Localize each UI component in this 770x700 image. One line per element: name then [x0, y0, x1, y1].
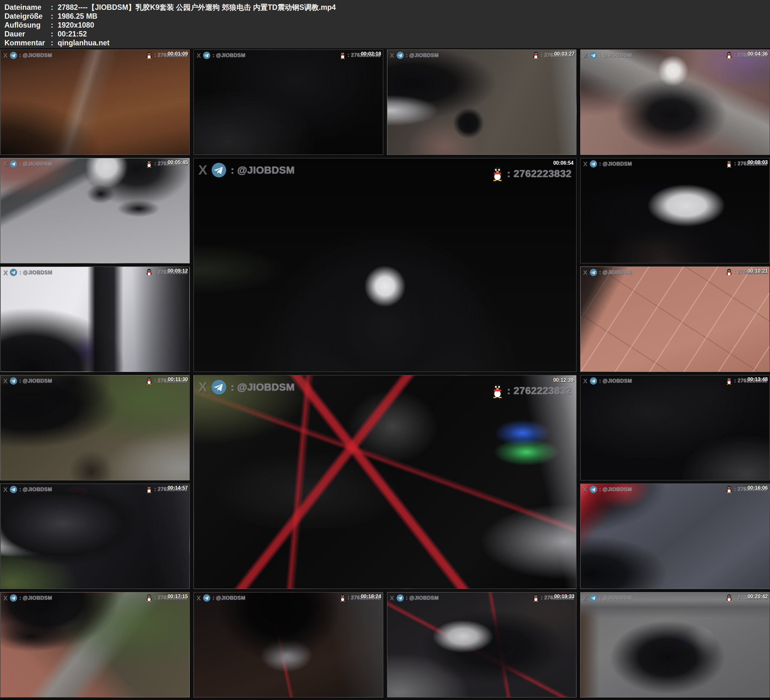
- timestamp: 00:12:39: [553, 377, 574, 383]
- video-thumbnail-8[interactable]: X : @JIOBDSM : 2762223832 00:09:12: [0, 267, 190, 372]
- video-thumbnail-12[interactable]: X : @JIOBDSM : 2762223832 00:13:48: [580, 375, 770, 480]
- x-logo-icon: X: [3, 160, 8, 167]
- video-thumbnail-13[interactable]: X : @JIOBDSM : 2762223832 00:14:57: [0, 484, 190, 589]
- x-logo-icon: X: [390, 595, 395, 601]
- timestamp: 00:05:45: [168, 160, 188, 165]
- video-thumbnail-2[interactable]: X : @JIOBDSM : 2762223832 00:02:18: [194, 50, 383, 155]
- timestamp: 00:03:27: [554, 51, 574, 57]
- telegram-handle-text: : @JIOBDSM: [231, 164, 295, 176]
- qq-penguin-icon: [146, 486, 152, 493]
- telegram-icon: [10, 160, 18, 168]
- qq-penguin-icon: [340, 52, 346, 59]
- timestamp: 00:20:42: [747, 594, 768, 600]
- meta-row-resolution: Auflösung:1920x1080: [5, 21, 767, 29]
- telegram-handle-text: : @JIOBDSM: [19, 595, 52, 601]
- qq-penguin-icon: [533, 594, 539, 602]
- qq-penguin-icon: [491, 383, 504, 398]
- qq-number-text: : 2762223832: [507, 385, 572, 397]
- meta-separator: :: [51, 38, 53, 47]
- video-thumbnail-15[interactable]: X : @JIOBDSM : 2762223832 00:17:15: [0, 592, 190, 697]
- telegram-handle-text: : @JIOBDSM: [599, 487, 632, 493]
- video-thumbnail-18[interactable]: X : @JIOBDSM : 2762223832 00:20:42: [580, 592, 770, 697]
- video-thumbnail-4[interactable]: X : @JIOBDSM : 2762223832 00:04:36: [580, 50, 770, 155]
- meta-label: Kommentar: [5, 38, 51, 47]
- telegram-icon: [10, 377, 18, 385]
- video-thumbnail-3[interactable]: X : @JIOBDSM : 2762223832 00:03:27: [387, 50, 576, 155]
- thumbnail-grid: X : @JIOBDSM : 2762223832 00:01:09 X : @…: [0, 48, 770, 700]
- watermark-left: X : @JIOBDSM: [390, 594, 439, 602]
- meta-separator: :: [51, 29, 53, 38]
- meta-row-comment: Kommentar:qinglanhua.net: [5, 38, 767, 47]
- telegram-icon: [589, 160, 597, 168]
- telegram-icon: [203, 52, 211, 59]
- video-thumbnail-9[interactable]: X : @JIOBDSM : 2762223832 00:10:21: [580, 267, 770, 372]
- video-thumbnail-7[interactable]: X : @JIOBDSM : 2762223832 00:08:03: [580, 158, 770, 263]
- qq-penguin-icon: [726, 52, 732, 59]
- x-logo-icon: X: [3, 486, 8, 493]
- meta-value-duration: 00:21:52: [58, 30, 87, 38]
- telegram-handle-text: : @JIOBDSM: [19, 53, 52, 58]
- video-thumbnail-11-large[interactable]: X : @JIOBDSM : 2762223832 00:12:39: [194, 375, 576, 589]
- watermark-left: X : @JIOBDSM: [198, 162, 295, 178]
- timestamp: 00:09:12: [168, 268, 188, 274]
- qq-penguin-icon: [726, 269, 732, 276]
- video-thumbnail-1[interactable]: X : @JIOBDSM : 2762223832 00:01:09: [0, 50, 190, 155]
- timestamp: 00:10:21: [747, 268, 768, 274]
- watermark-left: X : @JIOBDSM: [198, 379, 295, 395]
- telegram-icon: [589, 486, 597, 493]
- timestamp: 00:02:18: [361, 51, 381, 57]
- telegram-handle-text: : @JIOBDSM: [19, 378, 52, 384]
- qq-penguin-icon: [726, 377, 732, 385]
- meta-row-filename: Dateiname:27882----【JIOBDSM】乳胶K9套装 公园户外遛…: [5, 3, 767, 12]
- x-logo-icon: X: [583, 52, 587, 59]
- watermark-left: X : @JIOBDSM: [583, 269, 632, 276]
- telegram-icon: [396, 594, 404, 602]
- video-thumbnail-5[interactable]: X : @JIOBDSM : 2762223832 00:05:45: [0, 158, 190, 263]
- qq-penguin-icon: [340, 594, 346, 602]
- video-thumbnail-14[interactable]: X : @JIOBDSM : 2762223832 00:16:06: [580, 484, 770, 589]
- telegram-icon: [589, 594, 597, 602]
- meta-label: Dateiname: [5, 3, 51, 12]
- meta-value-resolution: 1920x1080: [58, 21, 94, 29]
- timestamp: 00:06:54: [553, 160, 574, 166]
- telegram-handle-text: : @JIOBDSM: [599, 270, 632, 275]
- telegram-icon: [589, 377, 597, 385]
- meta-label: Dateigröße: [5, 12, 51, 21]
- x-logo-icon: X: [3, 52, 8, 59]
- telegram-handle-text: : @JIOBDSM: [406, 53, 439, 58]
- telegram-icon: [10, 52, 18, 59]
- meta-value-filesize: 1986.25 MB: [58, 12, 97, 20]
- watermark-left: X : @JIOBDSM: [196, 52, 245, 59]
- watermark-left: X : @JIOBDSM: [3, 486, 52, 493]
- meta-row-duration: DauerDauer:00:21:52: [5, 29, 767, 38]
- meta-label: Dauer: [5, 29, 51, 38]
- x-logo-icon: X: [196, 595, 201, 601]
- telegram-handle-text: : @JIOBDSM: [19, 270, 52, 275]
- telegram-handle-text: : @JIOBDSM: [231, 381, 295, 393]
- x-logo-icon: X: [583, 269, 587, 276]
- qq-penguin-icon: [146, 594, 152, 602]
- timestamp: 00:16:06: [747, 485, 768, 491]
- timestamp: 00:13:48: [747, 377, 768, 382]
- x-logo-icon: X: [583, 595, 587, 601]
- video-thumbnail-6-large[interactable]: X : @JIOBDSM : 2762223832 00:06:54: [194, 158, 576, 372]
- watermark-left: X : @JIOBDSM: [3, 269, 52, 276]
- telegram-handle-text: : @JIOBDSM: [599, 595, 632, 601]
- video-thumbnail-17[interactable]: X : @JIOBDSM : 2762223832 00:19:33: [387, 592, 576, 697]
- qq-penguin-icon: [146, 160, 152, 167]
- meta-row-filesize: Dateigröße:1986.25 MB: [5, 12, 767, 21]
- qq-penguin-icon: [146, 52, 152, 59]
- telegram-icon: [10, 269, 18, 276]
- watermark-left: X : @JIOBDSM: [583, 486, 632, 493]
- watermark-left: X : @JIOBDSM: [196, 594, 245, 602]
- watermark-right: : 2762223832: [491, 383, 572, 398]
- timestamp: 00:08:03: [747, 160, 768, 165]
- telegram-handle-text: : @JIOBDSM: [599, 161, 632, 167]
- telegram-icon: [589, 52, 597, 59]
- video-thumbnail-16[interactable]: X : @JIOBDSM : 2762223832 00:18:24: [194, 592, 383, 697]
- telegram-handle-text: : @JIOBDSM: [19, 161, 52, 167]
- watermark-left: X : @JIOBDSM: [3, 52, 52, 59]
- timestamp: 00:18:24: [361, 594, 381, 600]
- telegram-icon: [589, 269, 597, 276]
- video-thumbnail-10[interactable]: X : @JIOBDSM : 2762223832 00:11:30: [0, 375, 190, 480]
